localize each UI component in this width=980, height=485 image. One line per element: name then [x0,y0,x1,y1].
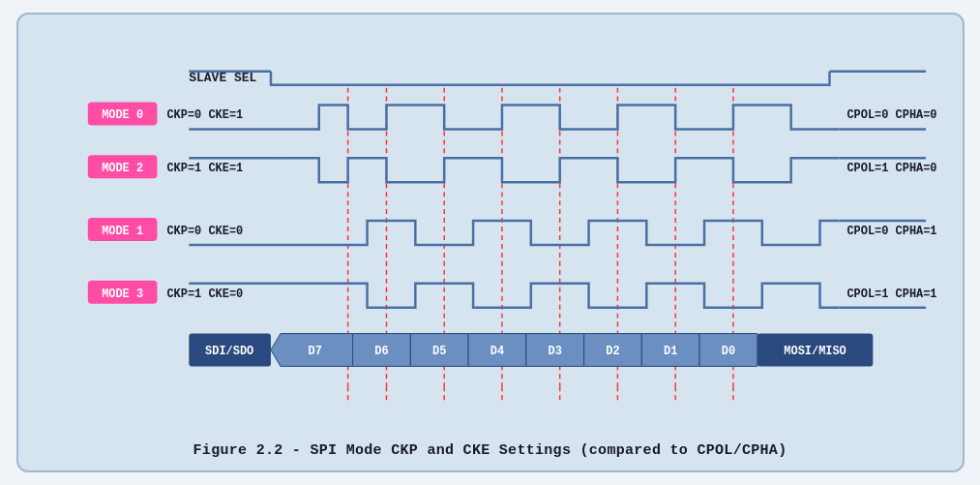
figure-caption: Figure 2.2 - SPI Mode CKP and CKE Settin… [193,442,787,459]
mode3-label: MODE 3 [102,288,143,301]
data-mosimiso-label: MOSI/MISO [784,345,846,358]
mode3-cpol-cpha: CPOL=1 CPHA=1 [846,288,936,301]
mode2-cpol-cpha: CPOL=1 CPHA=0 [846,162,936,175]
slave-sel-wave [270,72,829,85]
mode1-wave [280,221,839,245]
data-d0-label: D0 [721,345,734,358]
data-d1-label: D1 [664,345,677,358]
mode1-params: CKP=0 CKE=0 [166,225,243,238]
mode0-label: MODE 0 [102,109,143,123]
mode0-wave [280,106,839,130]
mode3-wave [280,284,839,308]
data-d3-label: D3 [548,345,561,358]
diagram-area: SLAVE SEL MODE 0 CKP=0 CKE=1 CPOL=0 CPHA… [40,32,941,433]
data-d2-label: D2 [606,345,619,358]
mode3-params: CKP=1 CKE=0 [166,288,243,301]
mode0-cpol-cpha: CPOL=0 CPHA=0 [846,109,936,123]
mode1-label: MODE 1 [102,225,143,238]
timing-diagram-svg: SLAVE SEL MODE 0 CKP=0 CKE=1 CPOL=0 CPHA… [40,32,941,433]
mode0-params: CKP=0 CKE=1 [166,109,243,123]
mode1-cpol-cpha: CPOL=0 CPHA=1 [846,225,936,238]
data-d7-label: D7 [308,345,321,358]
diagram-container: SLAVE SEL MODE 0 CKP=0 CKE=1 CPOL=0 CPHA… [16,13,965,472]
mode2-params: CKP=1 CKE=1 [166,162,243,175]
mode2-label: MODE 2 [102,162,143,175]
data-sdisdo-label: SDI/SDO [205,345,253,358]
data-d5-label: D5 [432,345,446,358]
data-d4-label: D4 [490,345,503,358]
data-d6-label: D6 [374,345,388,358]
mode2-wave [280,158,839,182]
